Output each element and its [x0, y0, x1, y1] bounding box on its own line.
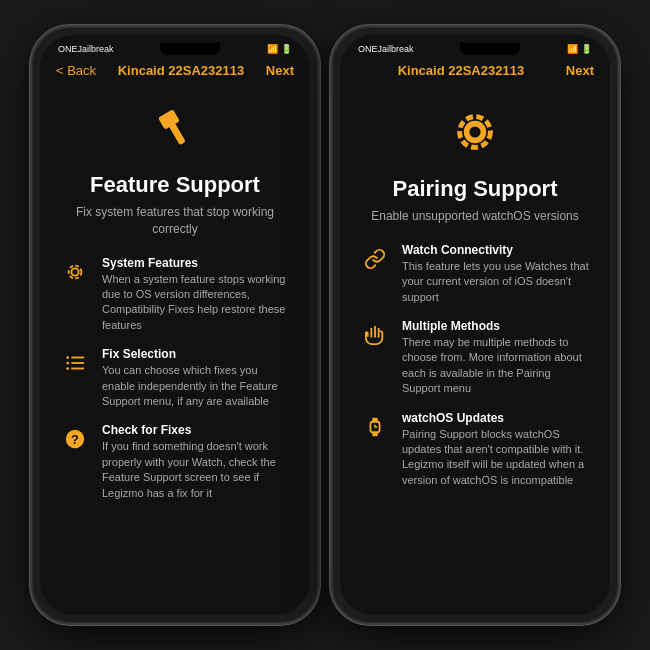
svg-rect-17	[372, 431, 378, 436]
feature-desc-1: You can choose which fixes you enable in…	[102, 363, 290, 409]
screen-title: Pairing Support	[360, 176, 590, 202]
feature-icon-question: ?	[60, 424, 90, 454]
battery-icon: 🔋	[581, 44, 592, 54]
feature-title-2: watchOS Updates	[402, 411, 590, 425]
feature-item-2: watchOS Updates Pairing Support blocks w…	[360, 411, 590, 489]
feature-desc-1: There may be multiple methods to choose …	[402, 335, 590, 397]
svg-point-6	[66, 362, 69, 365]
feature-icon-watch	[360, 412, 390, 442]
carrier-text: ONEJailbreak	[58, 44, 114, 54]
svg-rect-1	[169, 122, 186, 145]
feature-title-1: Multiple Methods	[402, 319, 590, 333]
svg-point-14	[469, 126, 480, 137]
nav-bar: Kincaid 22SA232113 Next	[340, 59, 610, 84]
feature-desc-0: When a system feature stops working due …	[102, 272, 290, 334]
feature-desc-2: If you find something doesn't work prope…	[102, 439, 290, 501]
nav-title: Kincaid 22SA232113	[398, 63, 524, 78]
wifi-icon: 📶	[567, 44, 578, 54]
screen-content: Feature Support Fix system features that…	[40, 84, 310, 615]
phone-1: ONEJailbreak 📶 🔋 < Back Kincaid 22SA2321…	[30, 25, 320, 625]
feature-title-1: Fix Selection	[102, 347, 290, 361]
feature-icon-settings	[60, 257, 90, 287]
feature-list: System Features When a system feature st…	[60, 256, 290, 501]
svg-text:?: ?	[71, 432, 79, 447]
status-bar: ONEJailbreak 📶 🔋	[340, 35, 610, 59]
screen-title: Feature Support	[60, 172, 290, 198]
feature-item-1: Multiple Methods There may be multiple m…	[360, 319, 590, 397]
status-icons: 📶 🔋	[567, 44, 592, 54]
feature-title-0: Watch Connectivity	[402, 243, 590, 257]
feature-title-0: System Features	[102, 256, 290, 270]
nav-bar: < Back Kincaid 22SA232113 Next	[40, 59, 310, 84]
feature-item-0: Watch Connectivity This feature lets you…	[360, 243, 590, 305]
svg-point-2	[71, 268, 78, 275]
battery-icon: 🔋	[281, 44, 292, 54]
screen-main-icon	[60, 104, 290, 164]
feature-icon-hand	[360, 320, 390, 350]
wifi-icon: 📶	[267, 44, 278, 54]
phone-2: ONEJailbreak 📶 🔋 Kincaid 22SA232113 Next	[330, 25, 620, 625]
screen-subtitle: Enable unsupported watchOS versions	[360, 208, 590, 225]
feature-item-1: Fix Selection You can choose which fixes…	[60, 347, 290, 409]
feature-icon-link	[360, 244, 390, 274]
screen-subtitle: Fix system features that stop working co…	[60, 204, 290, 238]
feature-desc-0: This feature lets you use Watches that y…	[402, 259, 590, 305]
feature-icon-list	[60, 348, 90, 378]
screen-main-icon	[360, 104, 590, 168]
nav-title: Kincaid 22SA232113	[118, 63, 244, 78]
status-icons: 📶 🔋	[267, 44, 292, 54]
svg-rect-16	[372, 417, 378, 422]
phone-screen-1: ONEJailbreak 📶 🔋 < Back Kincaid 22SA2321…	[40, 35, 310, 615]
phone-screen-2: ONEJailbreak 📶 🔋 Kincaid 22SA232113 Next	[340, 35, 610, 615]
svg-point-4	[66, 356, 69, 359]
notch	[160, 43, 220, 55]
feature-desc-2: Pairing Support blocks watchOS updates t…	[402, 427, 590, 489]
next-button[interactable]: Next	[266, 63, 294, 78]
feature-title-2: Check for Fixes	[102, 423, 290, 437]
feature-item-0: System Features When a system feature st…	[60, 256, 290, 334]
screen-content: Pairing Support Enable unsupported watch…	[340, 84, 610, 615]
back-button[interactable]: < Back	[56, 63, 96, 78]
svg-point-8	[66, 367, 69, 370]
status-bar: ONEJailbreak 📶 🔋	[40, 35, 310, 59]
feature-item-2: ? Check for Fixes If you find something …	[60, 423, 290, 501]
carrier-text: ONEJailbreak	[358, 44, 414, 54]
feature-list: Watch Connectivity This feature lets you…	[360, 243, 590, 488]
next-button[interactable]: Next	[566, 63, 594, 78]
phones-container: ONEJailbreak 📶 🔋 < Back Kincaid 22SA2321…	[20, 15, 630, 635]
notch	[460, 43, 520, 55]
